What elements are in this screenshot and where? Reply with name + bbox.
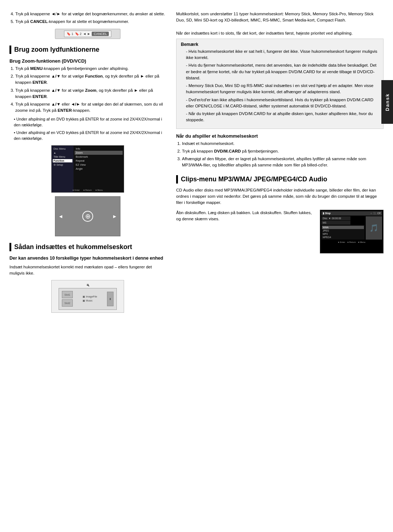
card-slot-1: Slot1 xyxy=(62,291,73,298)
angle-option: Angle xyxy=(75,167,123,171)
clips-disc-label: Disc xyxy=(323,217,328,220)
clips-desc-text: Åbn diskskuffen. Læg disken på bakken. L… xyxy=(176,210,316,222)
title-menu-item: ▲ xyxy=(53,151,72,154)
bookmark-option: Bookmark xyxy=(75,155,123,159)
bemark-item-4: Dvd'er/cd'er kan ikke afspilles i hukomm… xyxy=(186,97,379,110)
setup-menu-item: ⚙ Setup xyxy=(53,163,72,167)
cancel-step-4: Tryk på knapperne ◄/► for at vælge det b… xyxy=(15,11,166,17)
card-labels: ▣ ImageFile ▣ Music xyxy=(83,295,97,302)
nar-heading: Når du afspiller et hukommelseskort xyxy=(176,133,384,139)
sadan-bold-sub: Der kan anvendes 10 forskellige typer hu… xyxy=(9,255,166,262)
cancel-ui-image: 🔖 1 🔖 2 ◄ ► CANCEL xyxy=(55,29,120,39)
right-arrow-icon: ► xyxy=(112,213,117,219)
info-option: Info xyxy=(75,147,123,151)
clips-v-icon: ▼ xyxy=(329,217,331,220)
nar-steps: Indsæt et hukommelseskort. Tryk på knapp… xyxy=(176,141,384,169)
clips-enter-label: ● Enter xyxy=(338,241,345,243)
sadan-p: Indsæt hukommelseskortet korrekt med mær… xyxy=(9,264,166,277)
ezview-option: EZ View xyxy=(75,163,123,167)
enter-label: ● Enter xyxy=(72,189,80,191)
brug-zoom-heading: Brug zoom lydfunktionerne xyxy=(9,46,166,54)
clips-middle: Disc ▼ 00:00:00 MS WMA JPEG MP3 xyxy=(321,216,382,240)
dvd-menu-right-panel: Info Zoom Bookmark Repeat EZ View Angle xyxy=(74,146,124,192)
clips-bottom-bar: ● Enter ● Return ● Menu xyxy=(321,241,382,243)
bemark-title: Bemærk xyxy=(181,42,379,47)
bemark-item-5: Når du trykker på knappen DVD/M.CARD for… xyxy=(186,111,379,123)
bemark-box: Bemærk Hvis hukommelseskortet ikke er sa… xyxy=(176,39,384,129)
clips-icon: ⬛ xyxy=(373,212,376,214)
title-menu-label: Title Menu xyxy=(53,155,72,158)
bemark-item-3: Memory Stick Duo, Mini SD og RS-MMC skal… xyxy=(186,83,379,95)
bemark-item-1: Hvis hukommelseskortet ikke er sat helt … xyxy=(186,48,379,61)
function-menu-item: Function xyxy=(53,159,72,162)
card-label-2: ▣ Music xyxy=(83,299,97,302)
clips-divider: ○ xyxy=(370,212,372,214)
right-column: Multikortslot, som understøtter 11 typer… xyxy=(176,11,387,521)
cancel-button-ui: CANCEL xyxy=(92,32,109,36)
clips-jpeg: JPEG xyxy=(322,229,364,232)
nar-step-2: Tryk på knappen DVD/M.CARD på fjernbetje… xyxy=(182,148,384,154)
clips-menu-label: ● Menu xyxy=(358,241,365,243)
clips-top-bar: ▮ Stop ○ ⬛ Off xyxy=(321,211,382,216)
zoom-note-dvd: •Under afspilning af en DVD trykkes på E… xyxy=(9,116,166,128)
brug-zoom-sub: Brug Zoom-funktionen (DVD/VCD) xyxy=(9,58,166,64)
clips-mp3: MP3 xyxy=(322,232,364,236)
clips-time: 00:00:00 xyxy=(332,217,341,220)
dvd-menu-left-panel: Disc Menu ▲ Title Menu Function ⚙ Setup xyxy=(52,146,74,192)
cancel-bookmark-steps: Tryk på knapperne ◄/► for at vælge det b… xyxy=(9,11,166,25)
return-label: ● Return xyxy=(83,189,92,191)
clips-thumb-icon: 🎵 xyxy=(369,224,378,232)
zoom-view-screenshot: ◄ ⊕ ► xyxy=(55,196,120,236)
clips-disc-row: Disc ▼ 00:00:00 xyxy=(321,216,350,220)
dvd-menu-screenshot: Disc Menu ▲ Title Menu Function ⚙ Setup … xyxy=(51,145,124,193)
zoom-note-vcd: •Under afspilning af en VCD trykkes på E… xyxy=(9,130,166,142)
sadan-heading: Sådan indsættes et hukommelseskort xyxy=(9,243,166,251)
cancel-step-5: Tryk på CANCEL-knappen for at slette et … xyxy=(15,19,166,25)
nar-step-3: Afhængigt af den filtype, der er lagret … xyxy=(182,156,384,169)
dansk-tab: Dansk xyxy=(381,80,393,124)
clips-section: Åbn diskskuffen. Læg disken på bakken. L… xyxy=(176,210,384,253)
zoom-step-2: Tryk på knapperne ▲/▼ for at vælge Funct… xyxy=(15,73,166,86)
clips-description: Åbn diskskuffen. Læg disken på bakken. L… xyxy=(176,210,316,224)
zoom-step-3: Tryk på knapperne ▲/▼ for at vælge Zoom,… xyxy=(15,87,166,100)
mem-card-diagram: 🔌 Slot1 Slot2 ▣ ImageFile ▣ Music ▮ xyxy=(51,280,124,313)
zoom-steps: Tryk på MENU-knappen på fjernbetjeningen… xyxy=(9,66,166,114)
clips-heading: Clips-menu MP3/WMA/ JPEG/MPEG4/CD Audio xyxy=(176,175,384,184)
clips-mpeg4: MPEG4 xyxy=(322,236,364,239)
clips-menu-screenshot: ▮ Stop ○ ⬛ Off Disc ▼ 00:00:00 xyxy=(320,210,384,253)
multikort-p2: Når der indsættes kort i to slots, får d… xyxy=(176,30,384,36)
clips-off-label: Off xyxy=(377,212,381,214)
clips-file-list: WMA JPEG MP3 MPEG4 xyxy=(321,225,365,240)
bemark-list: Hvis hukommelseskortet ikke er sat helt … xyxy=(181,48,379,123)
card-label-1: ▣ ImageFile xyxy=(83,295,97,298)
clips-p1: CD Audio eller disks med MP3/WMA/JPEG/MP… xyxy=(176,187,384,206)
menu-label: ● Menu xyxy=(95,189,103,191)
clips-ms-label: MS xyxy=(323,221,326,224)
left-arrow-icon: ◄ xyxy=(58,213,63,219)
bemark-item-2: Hvis du fjerner hukommelseskortet, mens … xyxy=(186,62,379,81)
zoom-magnifier-icon: ⊕ xyxy=(82,211,93,222)
card-device: Slot1 Slot2 ▣ ImageFile ▣ Music ▮ xyxy=(59,288,117,310)
zoom-step-1: Tryk på MENU-knappen på fjernbetjeningen… xyxy=(15,66,166,72)
dvd-bottom-bar: ● Enter ● Return ● Menu xyxy=(52,189,124,191)
clips-wma: WMA xyxy=(322,226,364,229)
clips-stop-label: ▮ Stop xyxy=(323,212,331,215)
disc-menu-item: Disc Menu xyxy=(53,147,72,150)
zoom-step-4: Tryk på knapperne ▲/▼ eller ◄/► for at v… xyxy=(15,101,166,114)
left-column: Tryk på knapperne ◄/► for at vælge det b… xyxy=(6,11,166,521)
repeat-option: Repeat xyxy=(75,159,123,163)
device-label: 🔌 xyxy=(86,283,90,287)
card-right-panel: ▮ xyxy=(107,292,114,306)
clips-ms-row: MS xyxy=(321,221,350,225)
card-slot-2: Slot2 xyxy=(62,299,73,307)
nar-step-1: Indsæt et hukommelseskort. xyxy=(182,141,384,147)
multikort-p1: Multikortslot, som understøtter 11 typer… xyxy=(176,11,384,24)
clips-return-label: ● Return xyxy=(348,241,356,243)
clips-thumbnail: 🎵 xyxy=(366,216,382,240)
zoom-option: Zoom xyxy=(75,151,123,155)
